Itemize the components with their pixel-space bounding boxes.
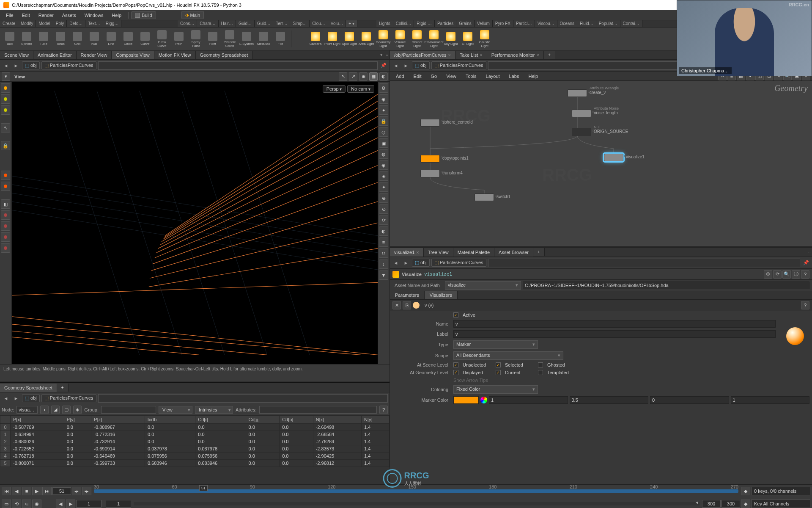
tab-animation-editor[interactable]: Animation Editor bbox=[33, 51, 77, 59]
help-icon[interactable]: ? bbox=[379, 406, 388, 414]
display-opt-icon[interactable]: ↕ bbox=[379, 260, 388, 269]
cell[interactable]: -0.800071 bbox=[11, 460, 64, 467]
tool-icon[interactable] bbox=[1, 243, 10, 253]
cell[interactable]: 0.0 bbox=[246, 424, 280, 431]
shelf-tab[interactable]: Defo… bbox=[67, 20, 85, 27]
shelf-tool-geometry-light[interactable]: Geometry Light bbox=[375, 29, 391, 49]
display-opt-icon[interactable]: ⊕ bbox=[379, 193, 388, 203]
shelf-tab[interactable]: Create bbox=[0, 20, 18, 27]
cell[interactable]: 1.4 bbox=[362, 460, 390, 467]
menu-render[interactable]: Render bbox=[34, 11, 58, 19]
toggle-icon[interactable]: ◐ bbox=[379, 72, 388, 81]
tab-motion-fx-view[interactable]: Motion FX View bbox=[154, 51, 196, 59]
shelf-tool-torus[interactable]: Torus bbox=[52, 29, 69, 49]
range-icon[interactable]: ⟲ bbox=[12, 500, 21, 508]
cell[interactable]: 0.683946 bbox=[195, 460, 246, 467]
subtab-visualizers[interactable]: Visualizers bbox=[425, 291, 458, 299]
stop-icon[interactable]: ■ bbox=[22, 487, 31, 495]
menu-windows[interactable]: Windows bbox=[80, 11, 108, 19]
cell[interactable]: 1 bbox=[0, 431, 11, 438]
tool-icon[interactable] bbox=[1, 94, 10, 104]
tab-scene-view[interactable]: Scene View bbox=[0, 51, 33, 59]
tab-visualize1[interactable]: visualize1 × bbox=[390, 248, 424, 257]
shelf-tab[interactable]: + ▾ bbox=[346, 20, 357, 27]
cell[interactable]: 0.683946 bbox=[145, 460, 195, 467]
shelf-tab[interactable]: Particles bbox=[435, 20, 456, 27]
display-opt-icon[interactable]: ▼ bbox=[379, 271, 388, 280]
cell[interactable]: -0.634994 bbox=[11, 431, 64, 438]
persp-selector[interactable]: Persp ▾ bbox=[323, 85, 346, 93]
range-start-btn[interactable]: ◀ bbox=[56, 500, 65, 508]
shelf-tool-spray-paint[interactable]: Spray Paint bbox=[188, 29, 204, 49]
viz-swatch-icon[interactable] bbox=[413, 302, 420, 309]
display-opt-icon[interactable]: ◍ bbox=[379, 149, 388, 159]
shelf-tool-tube[interactable]: Tube bbox=[36, 29, 52, 49]
pane-max-icon[interactable]: ▫ bbox=[807, 250, 812, 255]
col-header[interactable]: P[y] bbox=[64, 416, 91, 424]
shelf-tab[interactable]: Pyro FX bbox=[493, 20, 513, 27]
current-frame-field[interactable]: 51 bbox=[52, 487, 71, 495]
shelf-tab[interactable]: Lights bbox=[376, 20, 393, 27]
display-opt-icon[interactable]: ● bbox=[379, 105, 388, 115]
color-swatch[interactable] bbox=[453, 396, 479, 404]
net-menu[interactable]: Help bbox=[524, 72, 542, 80]
shelf-tab[interactable]: Vellum bbox=[475, 20, 493, 27]
shelf-tool-caustic-light[interactable]: Caustic Light bbox=[477, 29, 493, 49]
cell[interactable]: 0.0 bbox=[64, 431, 91, 438]
cell[interactable]: 0.0 bbox=[280, 460, 313, 467]
cell[interactable]: -2.96812 bbox=[313, 460, 361, 467]
operator-name[interactable]: visualize1 bbox=[424, 271, 452, 277]
view-select[interactable]: View bbox=[159, 406, 192, 414]
cell[interactable]: 0.0 bbox=[64, 453, 91, 460]
view-menu[interactable]: ▾ bbox=[2, 72, 10, 81]
last-frame-icon[interactable]: ⏭ bbox=[42, 487, 52, 495]
node-create_v[interactable]: create_vAttribute Wrangle bbox=[568, 89, 587, 97]
scope-select[interactable]: All Descendants bbox=[453, 351, 563, 360]
shelf-tool-platonic-solids[interactable]: Platonic Solids bbox=[222, 29, 238, 49]
keyframe-icon[interactable]: ◆ bbox=[741, 500, 750, 508]
cell[interactable]: 0.037978 bbox=[145, 445, 195, 453]
shelf-tab[interactable]: Model bbox=[36, 20, 53, 27]
col-header[interactable]: P[z] bbox=[91, 416, 145, 424]
fwd-icon[interactable]: ► bbox=[12, 61, 20, 70]
path-node[interactable]: ⬚ ParticlesFromCurves bbox=[41, 61, 96, 69]
cell[interactable]: 0.0 bbox=[246, 453, 280, 460]
color-wheel-icon[interactable] bbox=[480, 397, 487, 403]
range-start-field[interactable]: 1 bbox=[76, 500, 102, 508]
attributes-filter[interactable] bbox=[259, 406, 377, 414]
select-icon[interactable]: ↖ bbox=[1, 123, 10, 133]
cell[interactable]: 0.0 bbox=[145, 438, 195, 445]
cell[interactable]: -0.646469 bbox=[91, 453, 145, 460]
back-icon[interactable]: ◄ bbox=[2, 394, 10, 403]
tab-network[interactable]: Take List × bbox=[455, 51, 487, 59]
shelf-tool-metaball[interactable]: Metaball bbox=[255, 29, 272, 49]
select-tool2-icon[interactable]: ↗ bbox=[349, 72, 357, 81]
net-menu[interactable]: Labs bbox=[505, 72, 524, 80]
prev-frame-icon[interactable]: ◀ bbox=[12, 487, 21, 495]
tool-icon[interactable] bbox=[1, 221, 10, 231]
fwd-icon[interactable]: ► bbox=[12, 394, 20, 403]
cell[interactable]: 1.4 bbox=[362, 438, 390, 445]
group-field[interactable] bbox=[101, 406, 156, 414]
shelf-tool-box[interactable]: Box bbox=[2, 29, 18, 49]
asset-path-field[interactable] bbox=[523, 282, 809, 289]
tab-network[interactable]: Performance Monitor × bbox=[487, 51, 544, 59]
net-menu[interactable]: View bbox=[442, 72, 461, 80]
shelf-tab[interactable]: Rigg… bbox=[103, 20, 122, 27]
cell[interactable]: 0.0 bbox=[64, 460, 91, 467]
shelf-tab[interactable]: Hair… bbox=[219, 20, 236, 27]
cell[interactable]: 0.0 bbox=[195, 431, 246, 438]
display-opt-icon[interactable]: ⊙ bbox=[379, 204, 388, 214]
cell[interactable]: 0 bbox=[0, 424, 11, 431]
range-end2-field[interactable]: 300 bbox=[721, 500, 740, 508]
timeline-slider[interactable]: 306090120150180210240270 51 bbox=[94, 489, 738, 493]
playhead[interactable]: 51 bbox=[199, 485, 208, 491]
shelf-tool-sphere[interactable]: Sphere bbox=[19, 29, 35, 49]
asset-name-select[interactable]: visualize bbox=[445, 281, 521, 290]
range-icon[interactable]: ▭ bbox=[2, 500, 11, 508]
cell[interactable]: 0.0 bbox=[145, 424, 195, 431]
cell[interactable]: 0.075956 bbox=[195, 453, 246, 460]
shelf-tab[interactable]: Rigid … bbox=[414, 20, 435, 27]
keyframe-icon[interactable]: ◆ bbox=[741, 487, 750, 495]
gear-icon[interactable]: ⚙ bbox=[764, 270, 772, 279]
